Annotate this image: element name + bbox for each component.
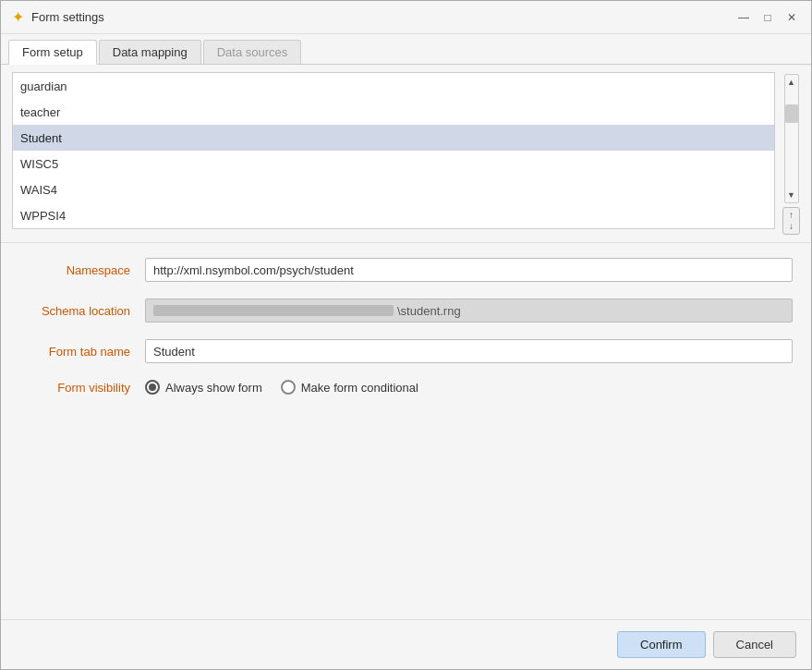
confirm-button[interactable]: Confirm	[617, 631, 706, 658]
form-list[interactable]: guardian teacher Student WISC5 WAIS4 WPP…	[12, 72, 775, 229]
schema-location-row: Schema location \student.rng	[19, 298, 793, 323]
list-item[interactable]: WPPSI4	[13, 202, 774, 228]
list-item-selected[interactable]: Student	[13, 125, 774, 151]
schema-location-input[interactable]: \student.rng	[145, 298, 793, 323]
namespace-row: Namespace	[19, 258, 793, 282]
title-bar-left: ✦ Form settings	[12, 8, 104, 26]
make-conditional-label: Make form conditional	[301, 381, 418, 395]
schema-suffix: \student.rng	[397, 304, 461, 318]
form-settings-dialog: ✦ Form settings — □ ✕ Form setup Data ma…	[0, 0, 812, 670]
up-arrow-icon: ↑	[789, 210, 794, 221]
form-tab-name-row: Form tab name	[19, 339, 793, 363]
form-tab-name-input[interactable]	[145, 339, 793, 363]
list-item[interactable]: WISC5	[13, 151, 774, 177]
window-controls: — □ ✕	[735, 9, 800, 26]
minimize-button[interactable]: —	[735, 9, 752, 26]
namespace-label: Namespace	[19, 263, 130, 277]
button-bar: Confirm Cancel	[1, 619, 811, 669]
list-item[interactable]: teacher	[13, 99, 774, 125]
fields-section: Namespace Schema location \student.rng F…	[1, 243, 811, 619]
list-scrollbar[interactable]: ▲ ▼	[784, 74, 799, 203]
maximize-button[interactable]: □	[759, 9, 776, 26]
scroll-up-arrow[interactable]: ▲	[784, 75, 799, 90]
cancel-button[interactable]: Cancel	[713, 631, 796, 658]
close-button[interactable]: ✕	[783, 9, 800, 26]
tab-form-setup[interactable]: Form setup	[8, 40, 97, 65]
form-visibility-radio-group: Always show form Make form conditional	[145, 380, 418, 395]
form-visibility-label: Form visibility	[19, 381, 130, 395]
scroll-down-arrow[interactable]: ▼	[784, 188, 799, 202]
down-arrow-icon: ↓	[789, 221, 794, 232]
tab-data-sources: Data sources	[203, 40, 302, 64]
form-visibility-row: Form visibility Always show form Make fo…	[19, 380, 793, 395]
scrollbar-thumb[interactable]	[785, 104, 798, 123]
content-area: guardian teacher Student WISC5 WAIS4 WPP…	[1, 65, 811, 619]
namespace-input[interactable]	[145, 258, 793, 282]
schema-location-label: Schema location	[19, 304, 130, 318]
schema-gray-prefix	[153, 305, 394, 316]
title-bar: ✦ Form settings — □ ✕	[1, 1, 811, 34]
always-show-option[interactable]: Always show form	[145, 380, 262, 395]
reorder-button[interactable]: ↑ ↓	[782, 207, 800, 235]
window-title: Form settings	[31, 10, 104, 24]
form-tab-name-label: Form tab name	[19, 345, 130, 359]
tabs-bar: Form setup Data mapping Data sources	[1, 34, 811, 65]
list-item[interactable]: WAIS4	[13, 177, 774, 202]
list-controls: ▲ ▼ ↑ ↓	[782, 72, 800, 235]
app-icon: ✦	[12, 8, 24, 26]
always-show-label: Always show form	[165, 381, 262, 395]
make-conditional-option[interactable]: Make form conditional	[281, 380, 418, 395]
dialog-body: Form setup Data mapping Data sources gua…	[1, 34, 811, 669]
list-section: guardian teacher Student WISC5 WAIS4 WPP…	[1, 65, 811, 243]
list-item[interactable]: guardian	[13, 73, 774, 99]
always-show-radio[interactable]	[145, 380, 160, 395]
make-conditional-radio[interactable]	[281, 380, 296, 395]
tab-data-mapping[interactable]: Data mapping	[99, 40, 201, 64]
